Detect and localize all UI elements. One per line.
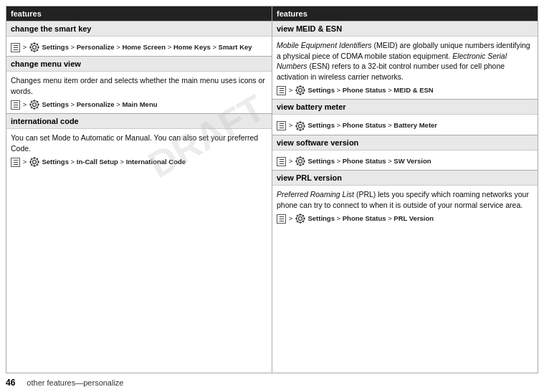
menu-icon-7: ☰ [277, 214, 286, 224]
settings-icon-7 [295, 214, 305, 224]
settings-icon-5 [295, 121, 305, 131]
section-body-view-prl-version: Preferred Roaming List (PRL) lets you sp… [272, 186, 538, 227]
nav-change-smart-key: ☰ > [11, 42, 267, 52]
international-code-text: You can set Mode to Automatic or Manual.… [11, 133, 267, 153]
prl-version-text: Preferred Roaming List (PRL) lets you sp… [277, 189, 533, 210]
section-body-change-smart-key: ☰ > [6, 37, 272, 56]
section-title-change-menu-view: change menu view [6, 57, 272, 72]
svg-point-30 [298, 89, 302, 92]
left-column: features change the smart key ☰ > [6, 6, 272, 373]
section-body-view-battery-meter: ☰ > [272, 115, 538, 134]
footer-text: other features—personalize [27, 378, 123, 387]
menu-icon-5: ☰ [277, 121, 286, 130]
right-column: features view MEID & ESN Mobile Equipmen… [272, 6, 538, 373]
content-area: features change the smart key ☰ > [6, 6, 538, 373]
nav-view-prl-version: ☰ > [277, 214, 533, 224]
section-title-view-software-version: view software version [272, 135, 538, 150]
section-view-software-version: view software version ☰ > [272, 135, 538, 171]
svg-point-40 [298, 124, 302, 128]
section-title-change-smart-key: change the smart key [6, 21, 272, 37]
section-title-view-prl-version: view PRL version [272, 171, 538, 186]
svg-point-20 [32, 161, 36, 164]
change-menu-view-text: Changes menu item order and selects whet… [11, 75, 267, 96]
nav-view-meid-esn: ☰ > [277, 85, 533, 95]
settings-icon-3 [29, 157, 39, 167]
section-body-change-menu-view: Changes menu item order and selects whet… [6, 72, 272, 113]
section-view-battery-meter: view battery meter ☰ > [272, 100, 538, 135]
section-international-code: international code You can set Mode to A… [6, 114, 272, 171]
nav-view-software-version: ☰ > [277, 156, 533, 166]
meid-esn-text: Mobile Equipment Identifiers (MEID) are … [277, 40, 533, 82]
svg-point-0 [32, 46, 36, 49]
right-col-header: features [272, 6, 538, 21]
menu-icon-2: ☰ [11, 100, 20, 110]
nav-change-menu-view: ☰ > [11, 100, 267, 110]
settings-icon-1 [29, 42, 39, 52]
left-col-header: features [6, 6, 272, 21]
menu-icon-1: ☰ [11, 43, 20, 52]
section-change-menu-view: change menu view Changes menu item order… [6, 57, 272, 114]
settings-icon-4 [295, 85, 305, 95]
menu-icon-6: ☰ [277, 157, 286, 166]
settings-icon-6 [295, 156, 305, 166]
section-title-international-code: international code [6, 114, 272, 129]
section-view-meid-esn: view MEID & ESN Mobile Equipment Identif… [272, 21, 538, 100]
settings-icon-2 [29, 100, 39, 110]
menu-icon-3: ☰ [11, 158, 20, 167]
svg-point-60 [298, 217, 302, 221]
section-view-prl-version: view PRL version Preferred Roaming List … [272, 171, 538, 227]
section-body-view-software-version: ☰ > [272, 150, 538, 170]
nav-view-battery-meter: ☰ > [277, 120, 533, 130]
section-body-international-code: You can set Mode to Automatic or Manual.… [6, 129, 272, 171]
svg-point-10 [32, 103, 36, 107]
section-title-view-meid-esn: view MEID & ESN [272, 21, 538, 37]
page-footer: 46 other features—personalize [0, 373, 544, 392]
section-body-view-meid-esn: Mobile Equipment Identifiers (MEID) are … [272, 37, 538, 99]
section-title-view-battery-meter: view battery meter [272, 100, 538, 115]
svg-point-50 [298, 160, 302, 163]
nav-international-code: ☰ > [11, 157, 267, 167]
menu-icon-4: ☰ [277, 86, 286, 95]
page-number: 46 [6, 378, 15, 388]
section-change-smart-key: change the smart key ☰ > [6, 21, 272, 57]
page-wrapper: DRAFT features change the smart key ☰ > [0, 0, 544, 392]
